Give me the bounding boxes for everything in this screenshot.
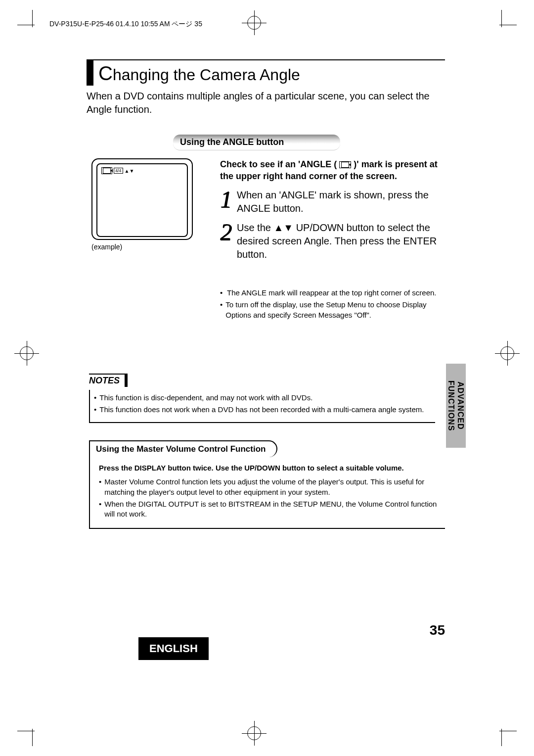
volume-lead: Press the DISPLAY button twice. Use the … bbox=[99, 463, 439, 473]
notes-item-2: This function does not work when a DVD h… bbox=[99, 405, 424, 415]
page: DV-P315U-E-P25-46 01.4.10 10:55 AM ページ 3… bbox=[0, 0, 534, 756]
notes-header: NOTES bbox=[89, 374, 128, 387]
step-2: 2 Use the ▲▼ UP/DOWN button to select th… bbox=[220, 221, 447, 261]
up-down-arrows-icon: ▲▼ bbox=[273, 221, 293, 235]
sub-note-1: The ANGLE mark will reappear at the top … bbox=[227, 288, 437, 298]
notes-item-1: This function is disc-dependent, and may… bbox=[99, 393, 312, 403]
volume-item-1: Master Volume Control function lets you … bbox=[104, 477, 439, 497]
header-filename: DV-P315U-E-P25-46 01.4.10 10:55 AM ページ 3… bbox=[49, 20, 202, 29]
angle-count: 4/4 bbox=[114, 168, 123, 174]
section-title-bar: Changing the Camera Angle bbox=[87, 59, 445, 86]
check-instruction: Check to see if an 'ANGLE ( )' mark is p… bbox=[220, 158, 447, 183]
check-text-pre: Check to see if an 'ANGLE ( bbox=[220, 159, 339, 169]
page-number: 35 bbox=[430, 622, 445, 638]
title-block-icon bbox=[87, 60, 93, 86]
section-title: Changing the Camera Angle bbox=[98, 60, 300, 86]
up-down-arrows-icon: ▲▼ bbox=[125, 168, 134, 174]
side-tab-line1: ADVANCED bbox=[456, 381, 465, 429]
registration-mark-left bbox=[20, 346, 34, 360]
step-2-text: Use the ▲▼ UP/DOWN button to select the … bbox=[237, 221, 447, 261]
notes-box: NOTES •This function is disc-dependent, … bbox=[89, 374, 435, 423]
registration-mark-right bbox=[500, 346, 514, 360]
registration-mark-top bbox=[247, 16, 261, 30]
content-area: Changing the Camera Angle When a DVD con… bbox=[87, 59, 445, 116]
volume-box: Using the Master Volume Control Function… bbox=[89, 440, 445, 529]
subheading-angle-button: Using the ANGLE button bbox=[173, 135, 340, 150]
step-1-text: When an 'ANGLE' mark is shown, press the… bbox=[237, 189, 447, 215]
language-tab: ENGLISH bbox=[138, 637, 209, 660]
angle-mark-icon bbox=[339, 161, 351, 168]
intro-text: When a DVD contains multiple angles of a… bbox=[87, 90, 445, 116]
step-number-2: 2 bbox=[220, 221, 232, 261]
instruction-sub-notes: •The ANGLE mark will reappear at the top… bbox=[220, 288, 447, 322]
angle-indicator: 4/4 ▲▼ bbox=[101, 167, 134, 174]
step-number-1: 1 bbox=[220, 189, 232, 215]
step-1: 1 When an 'ANGLE' mark is shown, press t… bbox=[220, 189, 447, 215]
side-tab-line2: FUNCTIONS bbox=[447, 380, 455, 431]
example-label: (example) bbox=[91, 243, 193, 251]
volume-header: Using the Master Volume Control Function bbox=[89, 440, 277, 457]
section-side-tab: ADVANCED FUNCTIONS bbox=[446, 364, 466, 448]
sub-note-2: To turn off the display, use the Setup M… bbox=[225, 300, 447, 320]
camera-icon bbox=[103, 168, 111, 174]
tv-frame-icon: 4/4 ▲▼ bbox=[91, 158, 193, 240]
volume-item-2: When the DIGITAL OUTPUT is set to BITSTR… bbox=[104, 499, 439, 520]
registration-mark-bottom bbox=[247, 726, 261, 740]
screen-example: 4/4 ▲▼ (example) bbox=[91, 158, 193, 251]
instructions: Check to see if an 'ANGLE ( )' mark is p… bbox=[220, 158, 447, 261]
